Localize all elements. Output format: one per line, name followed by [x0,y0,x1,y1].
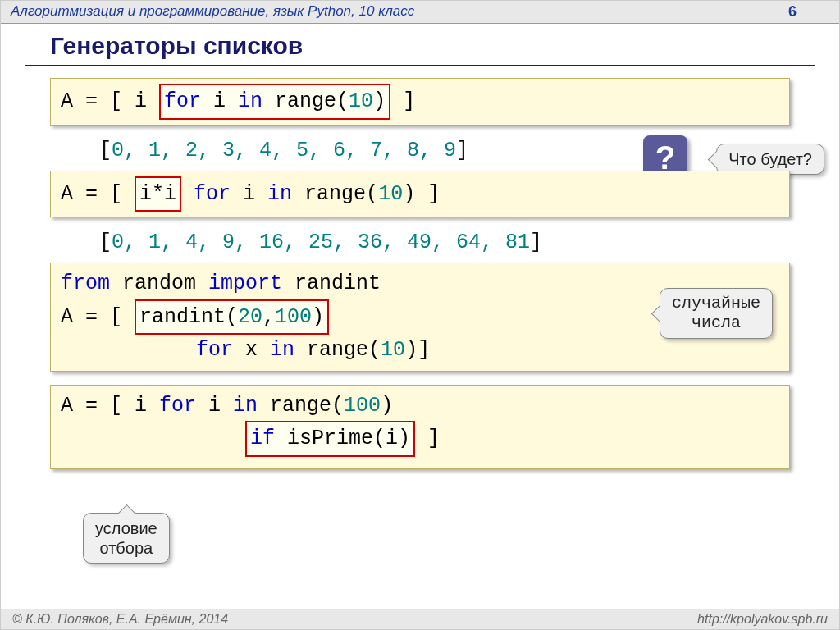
code2-suffix: ) ] [403,182,440,206]
code4-for: for [159,394,196,418]
course-label: Алгоритмизация и программирование, язык … [11,3,414,21]
output-2: [0, 1, 4, 9, 16, 25, 36, 49, 64, 81] [99,231,790,254]
code3-num: 10 [381,338,405,362]
code4-highlight: if isPrime(i) [245,421,415,457]
slide-title: Генераторы списков [25,24,815,66]
slide-footer: © К.Ю. Поляков, Е.А. Ерёмин, 2014 http:/… [1,609,839,629]
callout-what-label: Что будет? [728,150,812,168]
code4-line1e: range( [258,394,344,418]
code4-suffix: ] [415,427,440,450]
code3-highlight: randint(20,100) [135,299,329,336]
code4-in: in [233,394,258,418]
code2-highlight: i*i [135,176,181,212]
page-number: 6 [788,3,829,21]
code-block-3: from random import randint A = [ randint… [50,262,790,372]
code3-line2a: A = [ [61,305,135,329]
code1-highlight: for i in range(10) [159,84,390,120]
code1-prefix: A = [ i [61,89,159,113]
code1-suffix: ] [390,89,415,113]
footer-url: http://kpolyakov.spb.ru [697,612,828,627]
code-block-4: A = [ i for i in range(100) if isPrime(i… [50,385,790,469]
code4-line1a: A = [ i [61,394,159,418]
slide-header: Алгоритмизация и программирование, язык … [1,1,839,24]
callout-condition-label: условие отбора [95,519,158,557]
code2-mid: for i in range( [181,182,378,206]
code2-num: 10 [378,182,403,206]
output-1-nums: 0, 1, 2, 3, 4, 5, 6, 7, 8, 9 [112,139,456,162]
code2-prefix: A = [ [61,182,135,206]
footer-copyright: © К.Ю. Поляков, Е.А. Ерёмин, 2014 [12,612,228,627]
code-block-1: A = [ i for i in range(10) ] [50,78,790,126]
callout-random-numbers: случайные числа [660,288,773,339]
code-block-2: A = [ i*i for i in range(10) ] [50,171,790,218]
output-2-nums: 0, 1, 4, 9, 16, 25, 36, 49, 64, 81 [112,231,530,254]
code4-num: 100 [344,394,381,418]
code4-line1f: ) [381,394,393,418]
callout-random-label: случайные числа [672,294,760,332]
callout-selection-condition: условие отбора [83,513,170,564]
slide-content: A = [ i for i in range(10) ] [0, 1, 2, 3… [1,78,839,469]
code3-line3b: )] [405,338,430,362]
code4-line1c: i [196,394,233,418]
